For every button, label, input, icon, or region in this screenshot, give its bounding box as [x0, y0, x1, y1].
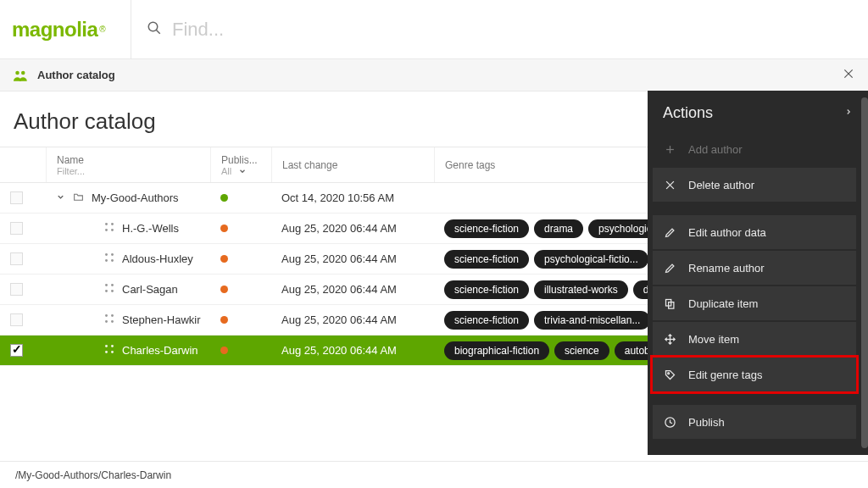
action-label: Edit genre tags — [688, 369, 762, 381]
action-label: Move item — [688, 333, 739, 346]
actions-collapse-icon[interactable] — [844, 106, 853, 120]
svg-point-17 — [111, 229, 114, 231]
svg-point-28 — [105, 320, 108, 323]
status-dot — [220, 347, 228, 354]
svg-point-20 — [105, 259, 108, 262]
svg-point-0 — [148, 22, 158, 31]
genre-tag[interactable]: psychological-fictio... — [534, 250, 648, 269]
move-icon — [663, 333, 676, 346]
row-last-change: Aug 25, 2020 06:44 AM — [281, 222, 397, 235]
status-dot — [220, 316, 228, 324]
logo[interactable]: magnolia® — [0, 0, 131, 58]
row-checkbox[interactable] — [10, 191, 23, 204]
actions-scrollbar[interactable] — [861, 97, 868, 448]
chevron-down-icon — [238, 167, 247, 175]
close-icon[interactable] — [843, 68, 854, 82]
row-last-change: Aug 25, 2020 06:44 AM — [281, 344, 397, 357]
status-dot — [220, 286, 228, 293]
breadcrumb: /My-Good-Authors/Charles-Darwin — [0, 461, 868, 488]
svg-point-31 — [111, 345, 114, 347]
genre-tag[interactable]: illustrated-works — [534, 280, 628, 299]
genre-tag[interactable]: trivia-and-miscellan... — [534, 311, 650, 330]
row-name: Aldous-Huxley — [122, 252, 193, 265]
col-name[interactable]: Name Filter... — [46, 147, 210, 182]
genre-tag[interactable]: science-fiction — [444, 280, 529, 299]
row-checkbox[interactable] — [10, 252, 23, 265]
action-add: Add author — [653, 132, 856, 166]
action-publish[interactable]: Publish — [653, 405, 856, 439]
svg-point-14 — [105, 223, 108, 225]
svg-point-33 — [111, 351, 114, 353]
row-name: H.-G.-Wells — [122, 222, 179, 235]
row-checkbox[interactable] — [10, 313, 23, 326]
svg-point-21 — [111, 259, 114, 262]
svg-point-2 — [15, 70, 19, 75]
row-last-change: Aug 25, 2020 06:44 AM — [281, 313, 397, 326]
action-duplicate[interactable]: Duplicate item — [653, 286, 856, 320]
plus-icon — [663, 143, 676, 156]
status-dot — [220, 255, 228, 263]
genre-tag[interactable]: science — [554, 341, 609, 360]
clock-icon — [663, 416, 676, 429]
search-icon — [147, 20, 162, 38]
svg-point-16 — [105, 229, 108, 231]
status-dot — [220, 225, 228, 232]
action-label: Publish — [688, 416, 725, 429]
x-icon — [663, 179, 676, 191]
action-move[interactable]: Move item — [653, 322, 856, 356]
row-checkbox[interactable] — [10, 283, 23, 296]
page-title: Author catalog — [14, 108, 156, 135]
action-label: Add author — [688, 143, 743, 156]
node-icon — [103, 221, 115, 233]
genre-tag[interactable]: biographical-fiction — [444, 341, 549, 360]
actions-panel: Actions Add authorDelete authorEdit auth… — [648, 91, 868, 455]
row-name: Stephen-Hawkir — [122, 313, 201, 326]
svg-point-23 — [111, 284, 114, 286]
dup-icon — [663, 297, 676, 310]
actions-title: Actions — [663, 104, 713, 122]
svg-point-22 — [105, 284, 108, 286]
row-tags: science-fictiondramapsychological... — [444, 219, 678, 238]
row-tags: science-fictionpsychological-fictio... — [444, 250, 648, 269]
action-delete[interactable]: Delete author — [653, 168, 856, 202]
action-label: Delete author — [688, 179, 754, 191]
genre-tag[interactable]: drama — [534, 219, 583, 238]
row-name: Carl-Sagan — [122, 283, 178, 296]
row-checkbox[interactable] — [10, 344, 23, 357]
tag-icon — [663, 369, 676, 381]
action-rename[interactable]: Rename author — [653, 251, 856, 285]
action-tags[interactable]: Edit genre tags — [653, 358, 856, 391]
genre-tag[interactable]: science-fiction — [444, 219, 529, 238]
action-label: Rename author — [688, 262, 765, 274]
svg-point-15 — [111, 223, 114, 225]
col-publish[interactable]: Publis... All — [210, 147, 271, 182]
svg-point-19 — [111, 253, 114, 256]
expand-icon[interactable] — [56, 191, 65, 204]
row-checkbox[interactable] — [10, 222, 23, 235]
row-name: Charles-Darwin — [122, 344, 198, 357]
node-icon — [103, 343, 115, 355]
svg-line-1 — [156, 30, 160, 34]
pencil-icon — [663, 262, 676, 274]
action-label: Duplicate item — [688, 297, 758, 310]
svg-point-32 — [105, 351, 108, 353]
row-last-change: Oct 14, 2020 10:56 AM — [281, 191, 394, 204]
node-icon — [103, 282, 115, 294]
svg-point-29 — [111, 320, 114, 323]
genre-tag[interactable]: science-fiction — [444, 250, 529, 269]
svg-point-24 — [105, 290, 108, 292]
global-search[interactable]: Find... — [131, 0, 868, 58]
node-icon — [103, 313, 115, 324]
status-dot — [220, 194, 228, 202]
action-edit[interactable]: Edit author data — [653, 215, 856, 249]
col-last-change[interactable]: Last change — [271, 147, 434, 182]
row-name: My-Good-Authors — [92, 191, 179, 204]
app-bar: Author catalog — [0, 59, 868, 92]
row-tags: science-fictionillustrated-worksdra... — [444, 280, 676, 299]
action-label: Edit author data — [688, 226, 766, 239]
app-icon — [14, 69, 29, 81]
genre-tag[interactable]: science-fiction — [444, 311, 529, 330]
app-title: Author catalog — [37, 69, 115, 81]
pencil-icon — [663, 226, 676, 239]
svg-point-30 — [105, 345, 108, 347]
